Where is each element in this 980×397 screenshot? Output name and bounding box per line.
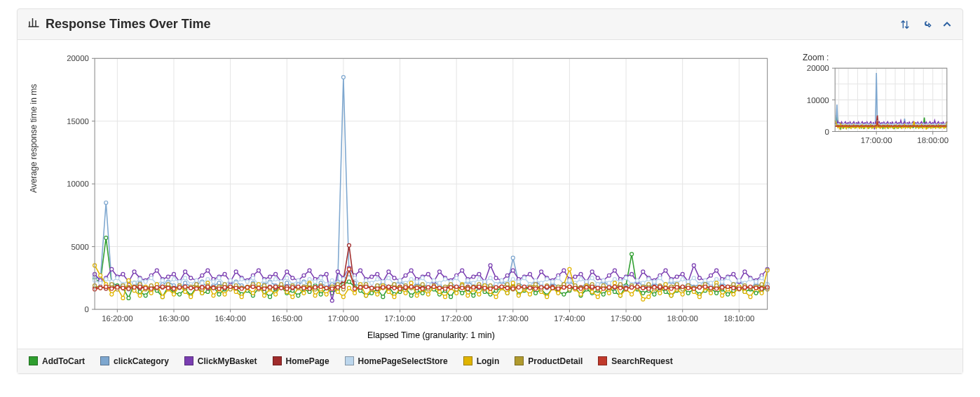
legend-item-clickmybasket[interactable]: ClickMyBasket bbox=[184, 356, 257, 366]
svg-point-814 bbox=[505, 283, 509, 286]
svg-point-581 bbox=[545, 278, 549, 281]
legend-item-clickcategory[interactable]: clickCategory bbox=[100, 356, 169, 366]
svg-point-653 bbox=[274, 292, 278, 296]
svg-point-350 bbox=[596, 276, 599, 280]
svg-point-871 bbox=[149, 287, 153, 290]
svg-point-882 bbox=[212, 286, 215, 290]
svg-point-928 bbox=[472, 285, 475, 289]
svg-text:0: 0 bbox=[85, 305, 89, 314]
svg-point-365 bbox=[681, 272, 684, 276]
svg-point-698 bbox=[529, 292, 532, 296]
svg-point-266 bbox=[121, 272, 125, 276]
svg-point-505 bbox=[116, 276, 119, 280]
svg-point-126 bbox=[686, 291, 690, 295]
svg-point-913 bbox=[387, 285, 390, 288]
svg-point-551 bbox=[376, 278, 379, 281]
svg-point-508 bbox=[132, 281, 136, 285]
svg-point-622 bbox=[99, 274, 102, 277]
sort-icon[interactable] bbox=[899, 19, 911, 30]
legend-label: clickCategory bbox=[114, 356, 169, 366]
svg-point-664 bbox=[336, 290, 339, 294]
svg-text:16:50:00: 16:50:00 bbox=[271, 314, 302, 323]
svg-point-977 bbox=[749, 285, 752, 288]
svg-point-633 bbox=[161, 295, 164, 299]
svg-point-692 bbox=[494, 295, 498, 299]
svg-point-613 bbox=[726, 276, 730, 280]
svg-text:17:20:00: 17:20:00 bbox=[441, 314, 472, 323]
svg-point-956 bbox=[630, 285, 634, 289]
svg-point-662 bbox=[325, 292, 328, 296]
svg-point-868 bbox=[132, 285, 136, 289]
legend-item-login[interactable]: Login bbox=[463, 356, 500, 366]
svg-point-723 bbox=[669, 294, 673, 297]
svg-point-314 bbox=[393, 276, 396, 280]
svg-point-732 bbox=[721, 294, 724, 297]
svg-point-629 bbox=[138, 294, 142, 297]
svg-text:18:00:00: 18:00:00 bbox=[917, 136, 948, 144]
svg-point-905 bbox=[341, 285, 345, 288]
svg-point-589 bbox=[590, 276, 594, 280]
svg-point-876 bbox=[178, 285, 182, 289]
svg-point-111 bbox=[601, 292, 605, 296]
svg-point-185 bbox=[341, 76, 345, 79]
svg-text:17:00:00: 17:00:00 bbox=[328, 314, 359, 323]
svg-point-587 bbox=[579, 278, 583, 281]
svg-point-907 bbox=[353, 287, 357, 290]
legend-label: Login bbox=[477, 356, 500, 366]
svg-point-646 bbox=[234, 290, 238, 294]
svg-point-302 bbox=[325, 272, 328, 276]
legend-label: ClickMyBasket bbox=[198, 356, 257, 366]
svg-point-555 bbox=[398, 278, 402, 282]
svg-point-515 bbox=[172, 278, 176, 281]
svg-point-293 bbox=[274, 272, 278, 276]
svg-point-640 bbox=[200, 291, 204, 295]
svg-point-278 bbox=[189, 276, 193, 280]
svg-point-819 bbox=[534, 283, 538, 286]
main-chart[interactable]: Average response time in ms 050001000015… bbox=[30, 53, 775, 343]
chevron-up-icon[interactable] bbox=[941, 19, 953, 30]
svg-point-874 bbox=[166, 286, 170, 290]
svg-text:17:00:00: 17:00:00 bbox=[861, 136, 892, 144]
svg-point-332 bbox=[494, 276, 498, 280]
svg-point-543 bbox=[330, 278, 334, 282]
svg-point-597 bbox=[636, 278, 639, 282]
svg-point-911 bbox=[376, 287, 379, 290]
svg-point-72 bbox=[381, 295, 385, 299]
svg-point-737 bbox=[749, 295, 752, 299]
svg-point-550 bbox=[370, 281, 374, 285]
svg-point-979 bbox=[760, 287, 763, 290]
svg-point-503 bbox=[104, 278, 108, 281]
svg-point-36 bbox=[178, 292, 182, 296]
svg-point-303 bbox=[330, 299, 334, 302]
panel-response-times: Response Times Over Time bbox=[17, 8, 963, 374]
mini-chart[interactable]: 0100002000017:00:0018:00:00 bbox=[803, 65, 950, 147]
svg-point-964 bbox=[675, 285, 679, 289]
svg-point-923 bbox=[444, 287, 447, 290]
svg-point-559 bbox=[421, 276, 424, 280]
svg-point-965 bbox=[681, 285, 684, 288]
svg-point-952 bbox=[607, 285, 611, 289]
svg-point-917 bbox=[409, 285, 413, 288]
svg-point-934 bbox=[505, 286, 509, 290]
legend-swatch-icon bbox=[273, 356, 282, 365]
svg-point-580 bbox=[540, 281, 543, 285]
legend-item-homepage[interactable]: HomePage bbox=[273, 356, 329, 366]
wrench-icon[interactable] bbox=[920, 19, 932, 30]
legend-item-addtocart[interactable]: AddToCart bbox=[29, 356, 85, 366]
svg-point-565 bbox=[455, 276, 458, 280]
svg-point-642 bbox=[212, 294, 215, 297]
svg-point-712 bbox=[607, 291, 611, 295]
svg-point-215 bbox=[511, 256, 515, 260]
legend-swatch-icon bbox=[598, 356, 607, 365]
svg-point-286 bbox=[234, 270, 238, 274]
svg-point-976 bbox=[743, 285, 747, 289]
legend-item-productdetail[interactable]: ProductDetail bbox=[515, 356, 583, 366]
svg-point-532 bbox=[268, 281, 272, 285]
svg-point-611 bbox=[715, 278, 719, 281]
svg-point-955 bbox=[625, 287, 628, 290]
legend-item-searchrequest[interactable]: SearchRequest bbox=[598, 356, 672, 366]
svg-point-919 bbox=[421, 287, 424, 290]
svg-point-619 bbox=[760, 276, 763, 280]
svg-text:16:30:00: 16:30:00 bbox=[158, 314, 189, 323]
legend-item-homepageselectstore[interactable]: HomePageSelectStore bbox=[345, 356, 448, 366]
